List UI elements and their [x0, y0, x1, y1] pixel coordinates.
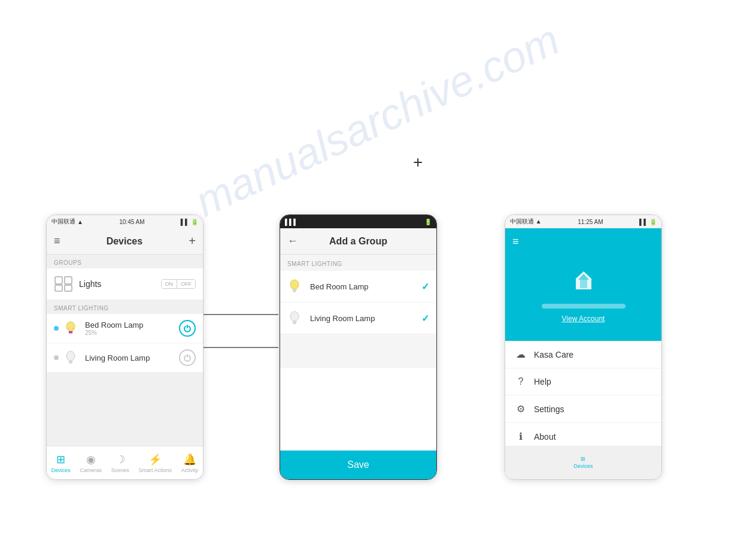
- svg-rect-10: [69, 361, 72, 362]
- phone3-status-left: 中国联通 ▲: [510, 217, 542, 226]
- phone3-about-icon: ℹ: [515, 431, 527, 442]
- phone2-add-group: ▌▌▌ 🔋 ← Add a Group SMART LIGHTING Bed R…: [280, 214, 437, 480]
- phone1-bulb-bedroom-icon: [63, 320, 80, 337]
- phone3-kasa-care-icon: ☁: [515, 349, 527, 360]
- phone3-battery-icon: 🔋: [649, 219, 657, 225]
- phone3-about-label: About: [534, 432, 556, 442]
- svg-point-9: [66, 351, 75, 361]
- phone3-menu-kasa-care[interactable]: ☁ Kasa Care: [505, 341, 661, 368]
- phone3-status-bar: 中国联通 ▲ 11:25 AM ▌▌ 🔋: [505, 215, 661, 228]
- svg-point-17: [290, 312, 299, 321]
- phone1-toggle[interactable]: ON OFF: [161, 279, 196, 289]
- center-plus-icon: +: [413, 153, 423, 172]
- phone1-devices-icon: ⊞: [56, 453, 65, 466]
- kasa-logo-icon: [569, 267, 599, 297]
- phone2-save-button[interactable]: Save: [280, 451, 436, 479]
- phone2-check-livingroom: ✓: [421, 313, 429, 324]
- phone3-menu-help[interactable]: ? Help: [505, 368, 661, 395]
- phone1-toggle-off[interactable]: OFF: [177, 280, 195, 288]
- phone3-menu-settings[interactable]: ⚙ Settings: [505, 395, 661, 423]
- phone1-cameras-icon: ◉: [86, 453, 96, 466]
- phone1-group-lights[interactable]: Lights ON OFF: [47, 268, 203, 300]
- phone1-tab-scenes[interactable]: ☽ Scenes: [111, 453, 129, 473]
- phone1-wifi-icon: ▲: [77, 219, 83, 225]
- phone1-title: Devices: [107, 236, 143, 247]
- phone1-status-left: 中国联通 ▲: [51, 217, 83, 226]
- phone2-header: ← Add a Group: [280, 228, 436, 255]
- phone1-menu-icon[interactable]: ≡: [54, 235, 60, 247]
- phone1-group-left: Lights: [54, 274, 101, 294]
- phone3-menu: 中国联通 ▲ 11:25 AM ▌▌ 🔋 ≡ View Account ☁ Ka…: [505, 214, 662, 480]
- phone1-smart-actions-icon: ⚡: [148, 453, 162, 466]
- phone1-device-bedroom[interactable]: Bed Room Lamp 25%: [47, 314, 203, 343]
- phone2-device-livingroom[interactable]: Living Room Lamp ✓: [280, 303, 436, 334]
- phone1-header: ≡ Devices +: [47, 228, 203, 255]
- phone1-device-list: 中国联通 ▲ 10:45 AM ▌▌ 🔋 ≡ Devices + GROUPS: [46, 214, 204, 480]
- phone3-wifi-icon: ▲: [536, 218, 542, 225]
- phone1-bottom-bar: ⊞ Devices ◉ Cameras ☽ Scenes ⚡ Smart Act…: [47, 446, 203, 479]
- phone3-settings-icon: ⚙: [515, 403, 527, 415]
- phone3-help-label: Help: [534, 377, 551, 386]
- phone3-account-bar: [542, 304, 626, 309]
- phone1-tab-activity-label: Activity: [181, 467, 199, 473]
- phone3-view-account-btn[interactable]: View Account: [562, 315, 605, 323]
- phone2-body: SMART LIGHTING Bed Room Lamp ✓: [280, 255, 436, 368]
- phone3-status-right: ▌▌ 🔋: [639, 219, 657, 225]
- svg-rect-11: [69, 362, 72, 364]
- phone1-device-bedroom-info: Bed Room Lamp 25%: [85, 321, 174, 336]
- phone1-tab-devices-label: Devices: [51, 467, 71, 473]
- phone1-tab-scenes-label: Scenes: [111, 467, 129, 473]
- phone1-toggle-on[interactable]: ON: [162, 280, 178, 288]
- phone3-menu-header: ≡: [505, 228, 661, 255]
- phone1-tab-activity[interactable]: 🔔 Activity: [181, 453, 199, 473]
- phone1-device-livingroom-info: Living Room Lamp: [85, 353, 174, 362]
- phone1-device-dot-bedroom: [54, 326, 59, 331]
- phone1-device-bedroom-name: Bed Room Lamp: [85, 321, 174, 330]
- phone2-device-livingroom-name: Living Room Lamp: [310, 314, 415, 323]
- phone2-smart-lighting-label: SMART LIGHTING: [280, 255, 436, 271]
- phone2-bulb-bedroom-icon: [287, 278, 304, 295]
- phone1-carrier: 中国联通: [51, 217, 75, 226]
- phone1-tab-devices[interactable]: ⊞ Devices: [51, 453, 71, 473]
- phone3-teal-section: View Account: [505, 255, 661, 341]
- svg-rect-5: [69, 331, 72, 333]
- phone2-status-left: ▌▌▌: [285, 219, 297, 225]
- phone3-kasa-care-label: Kasa Care: [534, 350, 573, 359]
- phone1-device-livingroom[interactable]: Living Room Lamp: [47, 343, 203, 373]
- phone1-activity-icon: 🔔: [183, 453, 196, 466]
- phone1-tab-smart-actions-label: Smart Actions: [138, 467, 172, 473]
- phone1-power-btn-livingroom[interactable]: [179, 349, 196, 366]
- watermark: manualsarchive.com: [188, 14, 567, 226]
- phone1-group-icon: [54, 274, 73, 294]
- phone1-status-bar: 中国联通 ▲ 10:45 AM ▌▌ 🔋: [47, 215, 203, 228]
- phone1-scenes-icon: ☽: [116, 453, 125, 466]
- svg-rect-22: [580, 280, 587, 288]
- svg-point-4: [66, 322, 75, 331]
- svg-rect-15: [293, 289, 296, 291]
- arrow-livingroom: [204, 338, 281, 356]
- phone1-tab-smart-actions[interactable]: ⚡ Smart Actions: [138, 453, 172, 473]
- phone3-menu-icon[interactable]: ≡: [512, 235, 519, 248]
- phone2-device-bedroom[interactable]: Bed Room Lamp ✓: [280, 271, 436, 303]
- phone1-add-icon[interactable]: +: [189, 234, 196, 248]
- phone3-settings-label: Settings: [534, 404, 564, 414]
- phone1-power-btn-bedroom[interactable]: [179, 320, 196, 337]
- svg-rect-0: [55, 277, 62, 284]
- phone1-device-bedroom-sub: 25%: [85, 330, 174, 336]
- phone1-smart-lighting-label: SMART LIGHTING: [47, 300, 203, 314]
- phone2-device-bedroom-name: Bed Room Lamp: [310, 282, 415, 291]
- phone3-signal-icon: ▌▌: [639, 219, 648, 225]
- phone2-bulb-livingroom-icon: [287, 310, 304, 327]
- phone1-group-name: Lights: [79, 279, 101, 289]
- phone3-tab-devices-label: Devices: [573, 463, 593, 469]
- arrow-bedroom: [204, 306, 281, 324]
- phone1-tab-cameras[interactable]: ◉ Cameras: [80, 453, 102, 473]
- phone1-signal-icon: ▌▌: [181, 219, 189, 225]
- phone2-back-btn[interactable]: ←: [287, 235, 298, 247]
- phone2-check-bedroom: ✓: [421, 281, 429, 292]
- phone3-help-icon: ?: [515, 376, 527, 387]
- svg-rect-2: [55, 285, 62, 291]
- phone1-device-dot-livingroom: [54, 355, 59, 360]
- phone3-tab-devices[interactable]: ⊞ Devices: [573, 456, 593, 469]
- phone3-carrier: 中国联通: [510, 218, 534, 225]
